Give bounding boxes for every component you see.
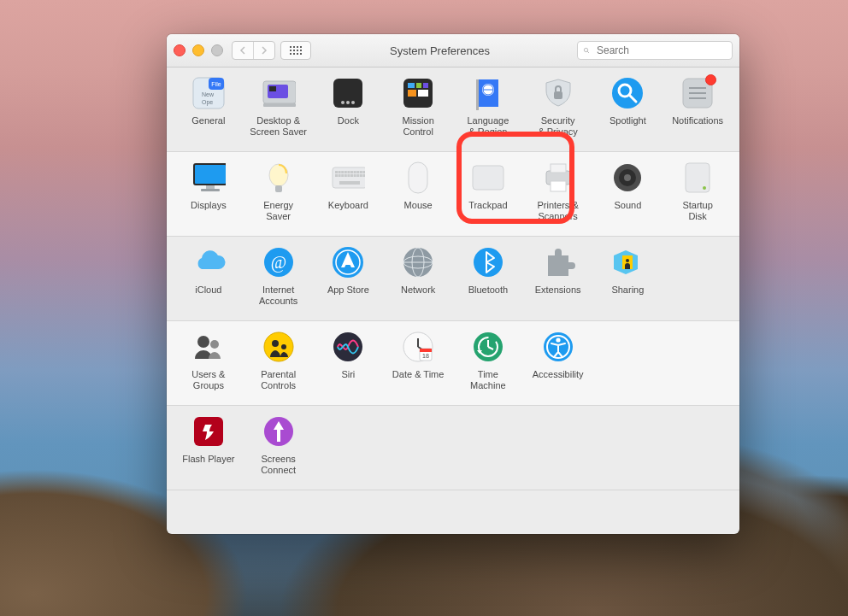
pref-label: Printers & Scanners: [537, 200, 578, 222]
svg-rect-39: [335, 171, 338, 173]
svg-rect-45: [354, 171, 356, 173]
pref-label: Mission Control: [402, 115, 433, 138]
pref-label: Internet Accounts: [259, 285, 297, 307]
svg-text:New: New: [202, 91, 215, 97]
sound-icon: [610, 161, 645, 195]
pref-extensions[interactable]: Extensions: [523, 245, 593, 307]
pref-spotlight[interactable]: Spotlight: [593, 76, 663, 138]
pref-displays[interactable]: Displays: [174, 161, 244, 222]
pref-label: Screens Connect: [261, 454, 296, 476]
svg-rect-10: [263, 103, 296, 107]
svg-point-80: [626, 259, 629, 262]
pref-label: Siri: [341, 369, 355, 391]
dock-icon: [331, 76, 365, 110]
pref-label: General: [191, 115, 225, 138]
printers-scanners-icon: [541, 161, 575, 195]
svg-rect-33: [194, 164, 226, 185]
svg-rect-35: [201, 189, 220, 191]
svg-rect-20: [418, 90, 428, 97]
pref-icloud[interactable]: iCloud: [174, 245, 244, 307]
svg-rect-50: [339, 174, 341, 177]
energy-saver-icon: [262, 161, 296, 195]
pref-keyboard[interactable]: Keyboard: [314, 161, 384, 222]
svg-rect-46: [357, 171, 360, 173]
maximize-button[interactable]: [211, 44, 223, 56]
svg-rect-60: [409, 162, 427, 193]
svg-rect-59: [339, 181, 360, 185]
pref-time-machine[interactable]: Time Machine: [453, 330, 523, 391]
pref-sound[interactable]: Sound: [593, 161, 663, 222]
show-all-button[interactable]: [280, 41, 311, 60]
pref-notifications[interactable]: Notifications: [662, 76, 733, 138]
pref-label: Language & Region: [467, 115, 509, 138]
svg-text:@: @: [270, 253, 286, 273]
pref-network[interactable]: Network: [383, 245, 453, 307]
svg-rect-57: [360, 174, 362, 177]
pref-language-region[interactable]: Language & Region: [453, 76, 523, 138]
pref-label: Trackpad: [468, 200, 507, 222]
svg-rect-37: [275, 185, 282, 192]
back-button[interactable]: [233, 42, 254, 59]
date-time-icon: 18: [401, 330, 435, 364]
pref-desktop-screensaver[interactable]: Desktop & Screen Saver: [244, 76, 314, 138]
pref-sharing[interactable]: Sharing: [593, 245, 663, 307]
screens-connect-icon: [262, 414, 296, 449]
pref-section-0: FileNewOpeGeneralDesktop & Screen SaverD…: [167, 67, 739, 152]
svg-point-14: [351, 101, 355, 104]
forward-button[interactable]: [254, 42, 274, 59]
svg-rect-41: [342, 171, 344, 173]
pref-screens-connect[interactable]: Screens Connect: [244, 414, 314, 476]
pref-internet-accounts[interactable]: @Internet Accounts: [244, 245, 314, 307]
pref-label: Users & Groups: [191, 369, 225, 391]
minimize-button[interactable]: [192, 44, 204, 56]
pref-users-groups[interactable]: Users & Groups: [174, 330, 244, 391]
pref-mission-control[interactable]: Mission Control: [383, 76, 453, 138]
pref-label: Keyboard: [328, 200, 368, 222]
pref-label: Mouse: [404, 200, 433, 222]
pref-label: Startup Disk: [682, 200, 712, 222]
icloud-icon: [191, 245, 226, 279]
app-store-icon: [331, 245, 365, 279]
svg-rect-52: [344, 174, 347, 177]
pref-general[interactable]: FileNewOpeGeneral: [174, 76, 244, 138]
pref-app-store[interactable]: App Store: [314, 245, 384, 307]
pref-mouse[interactable]: Mouse: [383, 161, 453, 222]
general-icon: FileNewOpe: [191, 76, 226, 110]
search-input[interactable]: [595, 44, 727, 57]
pref-section-2: iCloud@Internet AccountsApp StoreNetwork…: [167, 237, 739, 321]
pref-label: Notifications: [672, 115, 723, 138]
pref-dock[interactable]: Dock: [314, 76, 384, 138]
accessibility-icon: [541, 330, 575, 364]
pref-label: Date & Time: [392, 369, 445, 391]
close-button[interactable]: [174, 44, 186, 56]
pref-energy-saver[interactable]: Energy Saver: [244, 161, 314, 222]
pref-trackpad[interactable]: Trackpad: [453, 161, 523, 222]
svg-rect-61: [473, 166, 504, 190]
window-title: System Preferences: [311, 44, 568, 57]
notifications-icon: [680, 76, 715, 110]
search-field[interactable]: [577, 41, 733, 60]
svg-point-81: [197, 336, 209, 348]
pref-bluetooth[interactable]: Bluetooth: [453, 245, 523, 307]
svg-point-0: [584, 48, 587, 51]
svg-point-100: [556, 337, 560, 342]
bluetooth-icon: [471, 245, 505, 279]
pref-startup-disk[interactable]: Startup Disk: [662, 161, 733, 222]
pref-label: Time Machine: [470, 369, 506, 391]
pref-date-time[interactable]: 18Date & Time: [383, 330, 453, 391]
pref-label: App Store: [327, 285, 369, 307]
pref-label: Spotlight: [610, 115, 646, 138]
siri-icon: [331, 330, 365, 364]
pref-parental-controls[interactable]: Parental Controls: [244, 330, 314, 391]
pref-security-privacy[interactable]: Security & Privacy: [523, 76, 593, 138]
pref-siri[interactable]: Siri: [314, 330, 384, 391]
pref-flash-player[interactable]: Flash Player: [174, 414, 244, 476]
svg-rect-91: [420, 349, 432, 352]
svg-rect-44: [350, 171, 353, 173]
preferences-panel: FileNewOpeGeneralDesktop & Screen SaverD…: [167, 67, 739, 534]
pref-printers-scanners[interactable]: Printers & Scanners: [523, 161, 593, 222]
pref-accessibility[interactable]: Accessibility: [523, 330, 593, 391]
svg-rect-34: [206, 185, 215, 189]
language-region-icon: [471, 76, 505, 110]
svg-rect-64: [551, 181, 566, 191]
